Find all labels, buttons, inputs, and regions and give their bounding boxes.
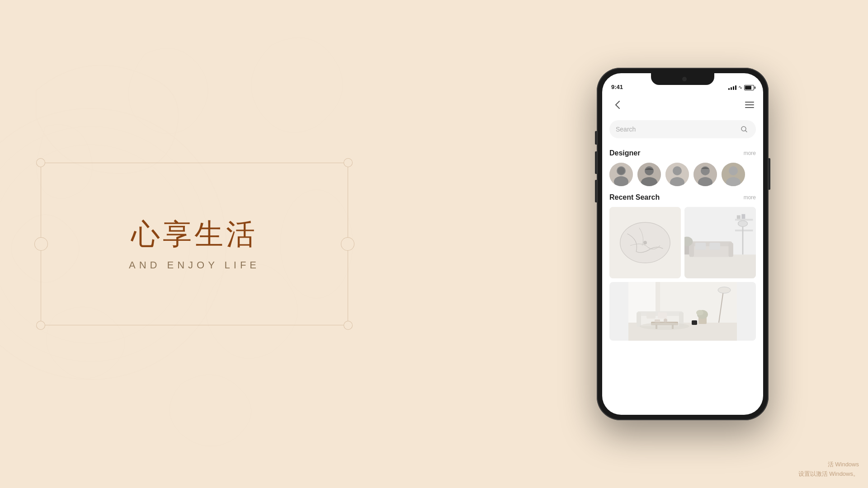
designer-section: Designer more: [602, 145, 763, 190]
svg-rect-28: [735, 230, 753, 231]
menu-line-3: [745, 107, 754, 108]
battery-fill: [745, 86, 751, 89]
windows-watermark: 活 Windows 设置以激活 Windows。: [798, 460, 859, 479]
watermark-line-2: 设置以激活 Windows。: [798, 469, 859, 479]
svg-rect-34: [728, 243, 733, 257]
phone-frame: 9:41 ∿: [597, 68, 769, 420]
svg-point-53: [664, 319, 667, 322]
svg-point-10: [645, 166, 654, 175]
search-icon[interactable]: [739, 124, 750, 135]
svg-rect-59: [646, 312, 656, 319]
right-panel: 9:41 ∿: [524, 0, 841, 488]
signal-bar-2: [731, 87, 732, 90]
frame-notch-bottom-right: [344, 321, 353, 330]
menu-line-2: [745, 104, 754, 105]
svg-rect-36: [709, 243, 720, 250]
svg-rect-27: [735, 219, 753, 221]
svg-rect-29: [737, 215, 741, 219]
wifi-icon: ∿: [738, 84, 742, 90]
signal-bar-1: [728, 88, 730, 90]
recent-item-pillow[interactable]: [609, 207, 681, 278]
designer-avatar-1[interactable]: [609, 163, 633, 186]
english-subtitle: AND ENJOY LIFE: [129, 259, 260, 271]
designer-section-title: Designer: [609, 149, 640, 157]
svg-point-19: [729, 166, 738, 175]
back-button[interactable]: [611, 99, 624, 111]
frame-notch-top-left: [36, 158, 45, 167]
designer-avatar-3[interactable]: [665, 163, 689, 186]
watermark-line-1: 活 Windows: [798, 460, 859, 469]
frame-notch-top-right: [344, 158, 353, 167]
svg-point-56: [696, 310, 703, 315]
search-placeholder-text: Search: [616, 126, 735, 133]
recent-search-header: Recent Search more: [609, 193, 756, 202]
svg-point-58: [718, 287, 731, 293]
recent-search-section: Recent Search more: [602, 190, 763, 348]
battery-icon: [744, 85, 754, 90]
designer-avatar-4[interactable]: [693, 163, 717, 186]
nav-bar: [602, 93, 763, 117]
phone-button-vol-up: [595, 151, 597, 174]
designer-section-header: Designer more: [609, 149, 756, 157]
recent-item-white-room[interactable]: [684, 207, 756, 278]
recent-search-title: Recent Search: [609, 193, 660, 202]
recent-search-grid: [609, 207, 756, 341]
svg-point-61: [640, 323, 689, 330]
left-panel: 心享生活 AND ENJOY LIFE: [0, 0, 389, 488]
svg-point-38: [738, 221, 748, 226]
svg-point-13: [673, 166, 682, 175]
search-bar[interactable]: Search: [609, 120, 756, 138]
designer-more-button[interactable]: more: [744, 150, 756, 156]
app-content: Search Designer more: [602, 93, 763, 415]
phone-button-power: [769, 158, 770, 190]
svg-point-8: [618, 167, 625, 174]
svg-rect-47: [637, 312, 641, 327]
recent-item-interior[interactable]: [609, 282, 756, 341]
status-time: 9:41: [611, 84, 623, 90]
phone-button-vol-down: [595, 180, 597, 202]
phone-screen: 9:41 ∿: [602, 73, 763, 415]
menu-button[interactable]: [745, 102, 754, 108]
recent-search-more-button[interactable]: more: [744, 194, 756, 201]
status-icons: ∿: [728, 84, 754, 90]
decorative-frame: 心享生活 AND ENJOY LIFE: [41, 163, 348, 325]
designer-avatar-5[interactable]: [722, 163, 745, 186]
search-container: Search: [602, 117, 763, 145]
svg-rect-30: [741, 214, 745, 219]
signal-bars-icon: [728, 85, 736, 90]
phone-notch: [651, 73, 714, 85]
svg-rect-35: [695, 243, 706, 250]
chinese-title: 心享生活: [131, 217, 258, 252]
signal-bar-3: [733, 86, 734, 90]
frame-notch-bottom-left: [36, 321, 45, 330]
svg-rect-60: [658, 312, 667, 319]
svg-point-23: [643, 241, 647, 244]
designer-avatars-list: [609, 163, 756, 186]
svg-rect-62: [692, 320, 697, 325]
menu-line-1: [745, 102, 754, 103]
notch-camera: [682, 77, 687, 81]
signal-bar-4: [735, 85, 736, 90]
svg-rect-52: [655, 319, 660, 322]
svg-rect-26: [684, 254, 756, 278]
designer-avatar-2[interactable]: [637, 163, 661, 186]
phone-button-mute: [595, 131, 597, 145]
